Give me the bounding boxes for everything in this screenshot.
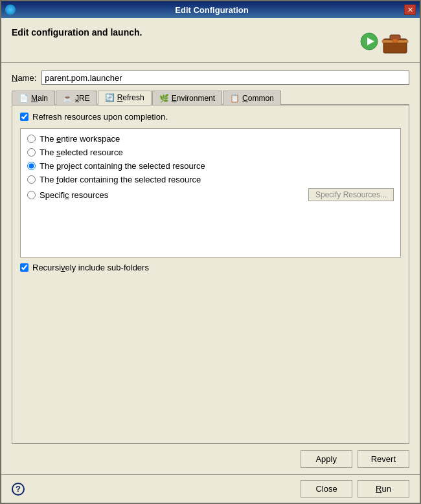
bottom-right-buttons: Close Run — [301, 480, 409, 498]
radio-row-specific: Specific resources — [27, 190, 108, 200]
apply-revert-row: Apply Revert — [1, 444, 420, 474]
refresh-checkbox-row: Refresh resources upon completion. — [20, 112, 401, 122]
common-tab-label: Common — [242, 94, 274, 103]
tabs-container: 📄 Main ☕ JRE 🔄 Refresh 🌿 Environment 📋 — [1, 90, 420, 105]
main-tab-label: Main — [31, 94, 48, 103]
tab-jre[interactable]: ☕ JRE — [56, 91, 97, 105]
play-icon — [360, 32, 378, 50]
refresh-panel: Refresh resources upon completion. The e… — [12, 105, 409, 444]
close-button[interactable]: Close — [301, 480, 352, 498]
recursive-row: Recursively include sub-folders — [20, 263, 401, 272]
radio-row-selected: The selected resource — [27, 148, 394, 157]
radio-specific[interactable] — [27, 191, 36, 199]
radio-row-folder: The folder containing the selected resou… — [27, 175, 394, 184]
separator — [1, 62, 420, 63]
jre-tab-label: JRE — [75, 94, 90, 103]
environment-tab-label: Environment — [172, 94, 215, 103]
main-tab-icon: 📄 — [19, 94, 28, 103]
environment-tab-icon: 🌿 — [159, 94, 169, 103]
window-title: Edit Configuration — [19, 5, 404, 15]
jre-tab-icon: ☕ — [63, 94, 73, 103]
refresh-checkbox[interactable] — [20, 113, 28, 121]
radio-folder[interactable] — [27, 175, 36, 184]
tabs: 📄 Main ☕ JRE 🔄 Refresh 🌿 Environment 📋 — [12, 90, 409, 105]
bottom-bar: ? Close Run — [1, 474, 420, 503]
tab-main[interactable]: 📄 Main — [12, 91, 55, 105]
radio-project-label[interactable]: The project containing the selected reso… — [40, 161, 205, 171]
revert-button[interactable]: Revert — [358, 450, 409, 468]
header-title: Edit configuration and launch. — [12, 27, 142, 38]
radio-workspace[interactable] — [27, 135, 36, 143]
toolbox-icon — [381, 27, 409, 56]
common-tab-icon: 📋 — [230, 94, 240, 103]
radio-specific-label[interactable]: Specific resources — [40, 190, 108, 200]
title-bar-icon — [5, 5, 16, 15]
tab-environment[interactable]: 🌿 Environment — [152, 91, 222, 105]
tab-refresh[interactable]: 🔄 Refresh — [98, 91, 152, 105]
radio-selected[interactable] — [27, 148, 36, 157]
recursive-checkbox[interactable] — [20, 263, 28, 272]
title-bar: Edit Configuration ✕ — [1, 1, 420, 18]
refresh-checkbox-label[interactable]: Refresh resources upon completion. — [32, 112, 168, 122]
radio-row-project: The project containing the selected reso… — [27, 161, 394, 171]
svg-rect-5 — [393, 39, 398, 43]
header-section: Edit configuration and launch. — [1, 18, 420, 62]
window-content: Edit configuration and launch. Name: — [1, 18, 420, 503]
recursive-label[interactable]: Recursively include sub-folders — [32, 263, 149, 272]
tab-common[interactable]: 📋 Common — [223, 91, 281, 105]
name-input[interactable] — [41, 71, 409, 85]
radio-row-workspace: The entire workspace — [27, 134, 394, 144]
radio-folder-label[interactable]: The folder containing the selected resou… — [40, 175, 201, 184]
apply-button[interactable]: Apply — [301, 450, 352, 468]
name-label: Name: — [12, 73, 36, 83]
name-row: Name: — [1, 68, 420, 90]
help-icon[interactable]: ? — [12, 483, 25, 496]
specific-row: Specific resources Specify Resources... — [27, 188, 394, 201]
specify-resources-button: Specify Resources... — [308, 188, 394, 201]
run-label: Run — [376, 484, 391, 494]
main-window: Edit Configuration ✕ Edit configuration … — [0, 0, 421, 504]
resources-box: The entire workspace The selected resour… — [20, 128, 401, 257]
radio-workspace-label[interactable]: The entire workspace — [40, 134, 120, 144]
radio-selected-label[interactable]: The selected resource — [40, 148, 123, 157]
close-window-button[interactable]: ✕ — [404, 5, 416, 15]
header-icons — [360, 27, 409, 56]
radio-project[interactable] — [27, 162, 36, 170]
refresh-tab-label: Refresh — [117, 93, 144, 102]
refresh-tab-icon: 🔄 — [105, 93, 115, 102]
run-button[interactable]: Run — [358, 480, 409, 498]
